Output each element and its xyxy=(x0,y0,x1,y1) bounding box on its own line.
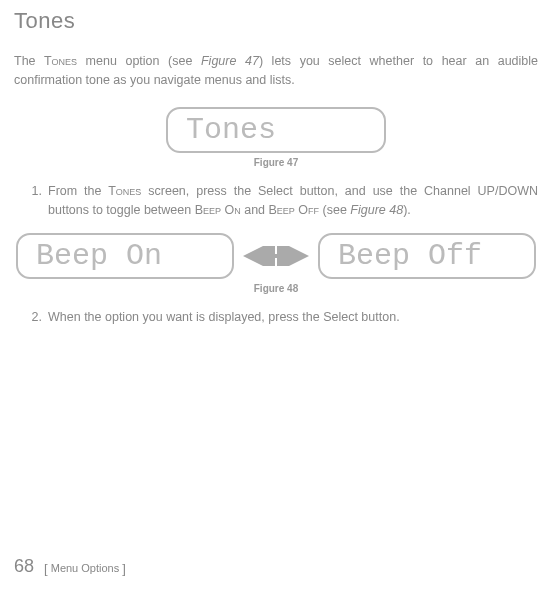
double-arrow-icon xyxy=(235,246,317,266)
step-body: From the Tones screen, press the Select … xyxy=(48,182,538,221)
page-title: Tones xyxy=(14,8,538,34)
intro-text: menu option (see xyxy=(77,54,201,68)
step-smallcaps: eep xyxy=(277,203,295,217)
step-smallcaps: ones xyxy=(116,184,142,198)
toggle-figure-row: Beep On Beep Off xyxy=(14,233,538,279)
intro-smallcaps: ones xyxy=(52,54,78,68)
step-smallcaps: eep xyxy=(203,203,221,217)
lcd-text: Beep Off xyxy=(338,239,482,273)
step-text: From the T xyxy=(48,184,116,198)
page-number: 68 xyxy=(14,556,34,577)
step-list: 1. From the Tones screen, press the Sele… xyxy=(14,182,538,221)
figure-caption-48: Figure 48 xyxy=(14,283,538,294)
page-footer: 68 [ Menu Options ] xyxy=(14,556,126,577)
bracket-close: ] xyxy=(122,561,126,576)
step-body: When the option you want is displayed, p… xyxy=(48,308,538,327)
intro-text: The T xyxy=(14,54,52,68)
step-number: 2. xyxy=(14,308,48,327)
intro-paragraph: The Tones menu option (see Figure 47) le… xyxy=(14,52,538,91)
lcd-display-beep-on: Beep On xyxy=(16,233,234,279)
step-list: 2. When the option you want is displayed… xyxy=(14,308,538,327)
lcd-text: Beep On xyxy=(36,239,162,273)
figure-reference: Figure 47 xyxy=(201,54,259,68)
step-1: 1. From the Tones screen, press the Sele… xyxy=(14,182,538,221)
footer-section-label: [ Menu Options ] xyxy=(44,561,126,576)
footer-label-text: Menu Options xyxy=(51,562,119,574)
bracket-open: [ xyxy=(44,561,48,576)
step-text: and B xyxy=(241,203,277,217)
lcd-display-beep-off: Beep Off xyxy=(318,233,536,279)
step-text: O xyxy=(295,203,308,217)
step-text: O xyxy=(221,203,234,217)
lcd-text: Tones xyxy=(186,113,276,147)
step-text: (see xyxy=(319,203,350,217)
figure-caption-47: Figure 47 xyxy=(14,157,538,168)
figure-reference: Figure 48 xyxy=(350,203,403,217)
lcd-display-tones: Tones xyxy=(166,107,386,153)
step-2: 2. When the option you want is displayed… xyxy=(14,308,538,327)
step-text: ). xyxy=(403,203,411,217)
step-number: 1. xyxy=(14,182,48,221)
step-smallcaps: ff xyxy=(308,203,319,217)
